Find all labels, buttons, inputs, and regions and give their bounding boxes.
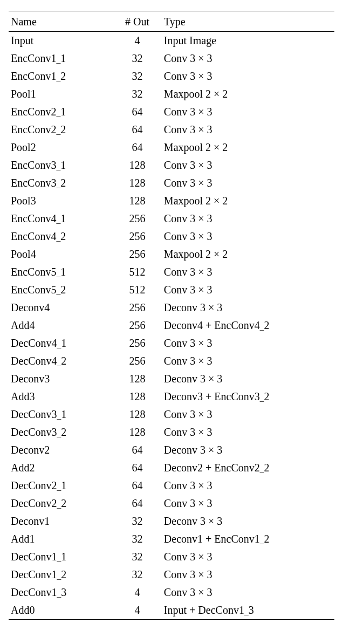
cell-out: 256 [113, 317, 162, 334]
cell-out: 512 [113, 263, 162, 281]
cell-out: 256 [113, 299, 162, 317]
cell-name: EncConv1_1 [9, 50, 113, 67]
cell-type: Conv 3 × 3 [162, 548, 334, 566]
cell-out: 64 [113, 139, 162, 156]
cell-out: 128 [113, 174, 162, 192]
table-container: Name # Out Type Input4Input ImageEncConv… [9, 11, 334, 620]
table-row: EncConv2_264Conv 3 × 3 [9, 121, 334, 139]
cell-out: 32 [113, 67, 162, 85]
cell-type: Conv 3 × 3 [162, 495, 334, 512]
cell-name: EncConv4_1 [9, 210, 113, 228]
table-row: Pool264Maxpool 2 × 2 [9, 139, 334, 156]
table-row: EncConv1_232Conv 3 × 3 [9, 67, 334, 85]
cell-out: 64 [113, 441, 162, 459]
cell-name: EncConv1_2 [9, 67, 113, 85]
cell-type: Conv 3 × 3 [162, 174, 334, 192]
cell-name: DecConv1_1 [9, 548, 113, 566]
cell-name: Deconv4 [9, 299, 113, 317]
cell-out: 32 [113, 512, 162, 530]
cell-out: 4 [113, 32, 162, 50]
table-row: EncConv2_164Conv 3 × 3 [9, 103, 334, 121]
cell-out: 32 [113, 530, 162, 548]
table-row: EncConv5_2512Conv 3 × 3 [9, 281, 334, 299]
cell-out: 128 [113, 156, 162, 174]
cell-out: 64 [113, 495, 162, 512]
table-row: Deconv264Deconv 3 × 3 [9, 441, 334, 459]
cell-name: EncConv3_1 [9, 156, 113, 174]
architecture-table: Name # Out Type Input4Input ImageEncConv… [9, 11, 334, 620]
cell-name: Add4 [9, 317, 113, 334]
cell-type: Conv 3 × 3 [162, 406, 334, 423]
table-row: DecConv3_1128Conv 3 × 3 [9, 406, 334, 423]
cell-type: Deconv 3 × 3 [162, 441, 334, 459]
cell-out: 64 [113, 103, 162, 121]
cell-type: Maxpool 2 × 2 [162, 192, 334, 210]
table-row: DecConv2_164Conv 3 × 3 [9, 477, 334, 495]
cell-name: EncConv3_2 [9, 174, 113, 192]
cell-type: Conv 3 × 3 [162, 103, 334, 121]
cell-type: Deconv 3 × 3 [162, 370, 334, 388]
cell-type: Conv 3 × 3 [162, 156, 334, 174]
table-row: DecConv1_132Conv 3 × 3 [9, 548, 334, 566]
cell-name: Add2 [9, 459, 113, 477]
cell-type: Maxpool 2 × 2 [162, 85, 334, 103]
cell-name: Deconv2 [9, 441, 113, 459]
cell-name: DecConv1_2 [9, 566, 113, 584]
cell-type: Deconv 3 × 3 [162, 512, 334, 530]
cell-type: Conv 3 × 3 [162, 263, 334, 281]
cell-name: Pool1 [9, 85, 113, 103]
cell-out: 128 [113, 406, 162, 423]
cell-out: 4 [113, 584, 162, 601]
cell-name: Pool4 [9, 245, 113, 263]
cell-type: Conv 3 × 3 [162, 281, 334, 299]
table-row: Deconv132Deconv 3 × 3 [9, 512, 334, 530]
header-out: # Out [113, 11, 162, 32]
cell-out: 256 [113, 228, 162, 245]
cell-name: DecConv3_1 [9, 406, 113, 423]
cell-name: DecConv2_2 [9, 495, 113, 512]
table-row: EncConv3_1128Conv 3 × 3 [9, 156, 334, 174]
cell-out: 32 [113, 548, 162, 566]
cell-out: 32 [113, 566, 162, 584]
cell-out: 128 [113, 370, 162, 388]
cell-type: Conv 3 × 3 [162, 352, 334, 370]
cell-out: 256 [113, 210, 162, 228]
table-row: EncConv1_132Conv 3 × 3 [9, 50, 334, 67]
header-name: Name [9, 11, 113, 32]
cell-type: Deconv4 + EncConv4_2 [162, 317, 334, 334]
table-row: EncConv5_1512Conv 3 × 3 [9, 263, 334, 281]
cell-type: Input Image [162, 32, 334, 50]
cell-out: 128 [113, 423, 162, 441]
cell-name: EncConv2_2 [9, 121, 113, 139]
table-row: DecConv3_2128Conv 3 × 3 [9, 423, 334, 441]
cell-out: 512 [113, 281, 162, 299]
header-type: Type [162, 11, 334, 32]
cell-name: Deconv3 [9, 370, 113, 388]
cell-name: Add1 [9, 530, 113, 548]
table-row: EncConv4_2256Conv 3 × 3 [9, 228, 334, 245]
cell-type: Conv 3 × 3 [162, 477, 334, 495]
cell-name: DecConv4_1 [9, 334, 113, 352]
cell-name: Pool2 [9, 139, 113, 156]
cell-type: Deconv3 + EncConv3_2 [162, 388, 334, 406]
table-row: DecConv4_2256Conv 3 × 3 [9, 352, 334, 370]
cell-type: Conv 3 × 3 [162, 50, 334, 67]
cell-out: 32 [113, 85, 162, 103]
table-row: Input4Input Image [9, 32, 334, 50]
cell-name: EncConv2_1 [9, 103, 113, 121]
table-header-row: Name # Out Type [9, 11, 334, 32]
table-row: DecConv1_232Conv 3 × 3 [9, 566, 334, 584]
cell-type: Conv 3 × 3 [162, 228, 334, 245]
cell-type: Deconv1 + EncConv1_2 [162, 530, 334, 548]
table-row: Add264Deconv2 + EncConv2_2 [9, 459, 334, 477]
table-row: DecConv4_1256Conv 3 × 3 [9, 334, 334, 352]
cell-type: Conv 3 × 3 [162, 423, 334, 441]
table-row: Pool3128Maxpool 2 × 2 [9, 192, 334, 210]
table-row: Pool132Maxpool 2 × 2 [9, 85, 334, 103]
table-row: Pool4256Maxpool 2 × 2 [9, 245, 334, 263]
cell-name: DecConv1_3 [9, 584, 113, 601]
cell-type: Maxpool 2 × 2 [162, 245, 334, 263]
table-row: DecConv1_34Conv 3 × 3 [9, 584, 334, 601]
table-row: Add04Input + DecConv1_3 [9, 601, 334, 620]
cell-name: EncConv4_2 [9, 228, 113, 245]
